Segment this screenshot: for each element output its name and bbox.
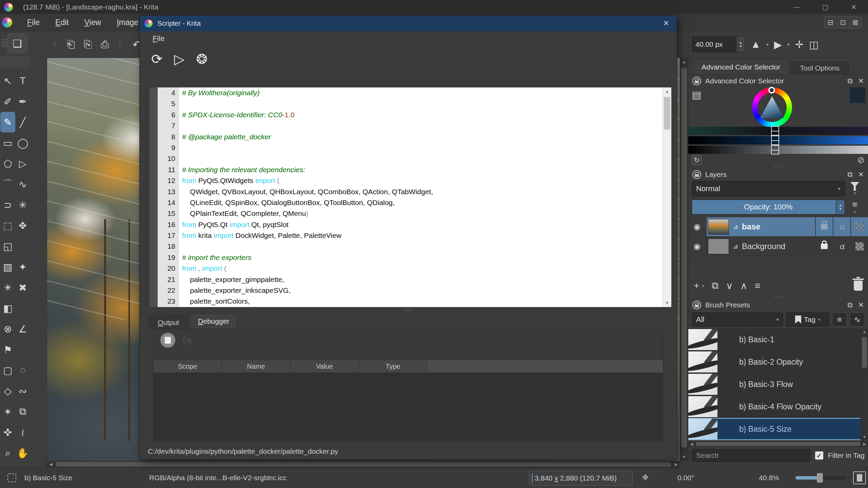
layer-row-background[interactable]: ◉⊿Backgroundα [688,237,868,257]
mirror-vertical-icon[interactable]: ▲ [751,39,761,50]
editor-scroll-thumb[interactable] [664,97,670,129]
layer-filter-button[interactable]: ▾ [845,182,865,196]
preset-row[interactable]: b) Basic-2 Opacity [688,351,868,373]
opacity-slider[interactable]: Opacity: 100% ▴ ▾ [692,200,845,215]
mdi-close-icon[interactable]: ⊠ [852,18,858,26]
layer-row-base[interactable]: ◉⊿baseα [688,217,868,237]
layer-properties-icon[interactable]: ≡ [755,280,760,291]
tab-output[interactable]: Output [149,316,188,329]
run-script-icon[interactable]: ▷ [174,51,185,67]
preset-list-scrollbar[interactable]: ▲ ▼ [861,328,868,440]
line-tool[interactable]: ╱ [15,112,30,133]
mirror-horizontal-caret-icon[interactable]: ▾ [787,42,790,47]
rectangle-tool[interactable]: ▭ [0,133,15,153]
transform-tool[interactable]: ⬚ [0,215,15,236]
editor-scrollbar[interactable]: ▲ ▼ [663,87,671,307]
color-triangle[interactable] [760,96,784,118]
filter-in-tag-checkbox[interactable]: ✓ [815,451,823,460]
move-layer-down-icon[interactable]: ∨ [726,280,733,291]
spin-down-icon[interactable]: ▾ [839,207,841,211]
visibility-eye-icon[interactable]: ◉ [688,237,707,256]
bezier-select-tool[interactable]: ✜ [0,422,15,443]
color-wheel[interactable] [752,87,792,127]
bezier-curve-tool[interactable]: ⌒ [0,174,15,195]
code-text[interactable]: # By Wolthera(originally)# SPDX-License-… [179,87,663,307]
mdi-minimize-icon[interactable]: ⊟ [828,18,833,26]
saturation-slider-handle[interactable] [771,136,779,145]
menu-item-file[interactable]: File [27,18,40,27]
polygon-tool[interactable]: ⬠ [0,153,15,174]
vertical-scroll-thumb[interactable] [681,68,687,447]
new-image-button[interactable]: ❏ [7,34,27,53]
minimize-window-icon[interactable]: — [792,3,802,11]
menu-item-view[interactable]: View [84,18,101,27]
new-document-icon[interactable]: ⎗ [67,39,75,50]
stop-debug-icon[interactable] [160,333,175,348]
debugger-column-value[interactable]: Value [291,360,359,372]
mirror-horizontal-icon[interactable]: ▶ [774,39,782,50]
docker-resize-handle[interactable]: ∷∷∷ [688,165,868,168]
visibility-eye-icon[interactable]: ◉ [688,217,707,236]
scripter-close-icon[interactable]: ✕ [660,19,672,28]
assistants-tool[interactable]: ⊗ [0,319,15,339]
close-docker-icon[interactable]: ✕ [858,170,864,179]
value-slider-handle[interactable] [771,145,779,155]
blend-mode-dropdown[interactable]: Normal ▾ [692,181,845,197]
scroll-left-icon[interactable]: ◀ [688,442,695,446]
menu-item-image[interactable]: Image [117,18,138,27]
spin-down-icon[interactable]: ▾ [739,44,742,48]
tab-debugger[interactable]: Debugger [190,313,238,329]
lock-icon[interactable] [821,224,828,229]
menu-item-edit[interactable]: Edit [55,18,69,27]
float-docker-icon[interactable]: ⧉ [847,77,852,85]
canvas-horizontal-scrollbar[interactable]: ◀ ▶ [47,461,680,468]
docker-lock-icon[interactable] [692,301,701,309]
crop-tool[interactable]: ◱ [0,236,15,257]
float-docker-icon[interactable]: ⧉ [847,170,852,179]
measure-tool[interactable]: ∠ [15,319,30,339]
zoom-slider[interactable] [795,476,846,480]
delete-layer-icon[interactable] [854,281,863,291]
freehand-path-tool[interactable]: ∿ [15,174,30,195]
docker-lock-icon[interactable] [692,77,701,85]
value-slider[interactable] [688,146,868,154]
rotation-icon[interactable]: ⌖ [642,470,649,484]
shade-brush-tool[interactable]: ☀ [0,277,15,298]
layer-alpha-inherit-cell[interactable] [850,237,868,256]
color-sampler-tool[interactable]: ✦ [15,257,30,277]
mdi-restore-icon[interactable]: ⊡ [840,18,846,26]
preset-hscroll-thumb[interactable] [696,442,860,446]
select-shapes-tool[interactable]: ↖ [0,70,15,91]
no-color-icon[interactable]: ⊘ [857,155,865,165]
mirror-vertical-caret-icon[interactable]: ▾ [766,42,769,47]
preset-filter-dropdown[interactable]: All ▾ [692,312,783,327]
zoom-slider-knob[interactable] [817,473,823,483]
brush-size-value[interactable]: 40.00 px [692,40,736,48]
step-over-icon[interactable]: ⟨≡ [182,334,192,346]
save-document-icon[interactable]: ⎙ [101,39,109,50]
layer-alpha-inherit-cell[interactable] [850,217,868,236]
inherit-alpha-icon[interactable]: ⊿ [729,217,742,236]
add-layer-icon[interactable]: + [694,280,699,291]
layer-alpha-cell[interactable]: α [833,237,850,256]
preset-search-input[interactable] [692,449,810,462]
brush-tip-display-button[interactable]: ∿ [850,312,865,327]
close-docker-icon[interactable]: ✕ [858,77,864,85]
enclose-fill-tool[interactable]: ⧉ [15,401,30,422]
scroll-down-icon[interactable]: ▼ [663,299,671,307]
scroll-down-icon[interactable]: ▼ [680,453,688,461]
brush-size-spin-arrows[interactable]: ▴ ▾ [736,37,745,52]
wrap-around-icon[interactable]: ✛ [795,39,804,50]
scroll-up-icon[interactable]: ▲ [663,87,671,96]
current-color-swatch[interactable] [850,87,865,103]
docker-resize-handle[interactable]: ∷∷∷ [688,295,868,299]
move-tool[interactable]: ✥ [15,215,30,236]
lock-icon[interactable] [821,244,828,249]
calligraphy-tool[interactable]: ✒ [15,91,30,112]
move-layer-up-icon[interactable]: ∧ [740,280,747,291]
horizontal-scroll-thumb[interactable] [56,462,671,467]
preset-row[interactable]: b) Basic-4 Flow Opacity [688,395,868,418]
rect-select-tool[interactable]: ▢ [0,360,15,381]
float-docker-icon[interactable]: ⧉ [847,301,852,309]
polyline-tool[interactable]: ▷ [15,153,30,174]
